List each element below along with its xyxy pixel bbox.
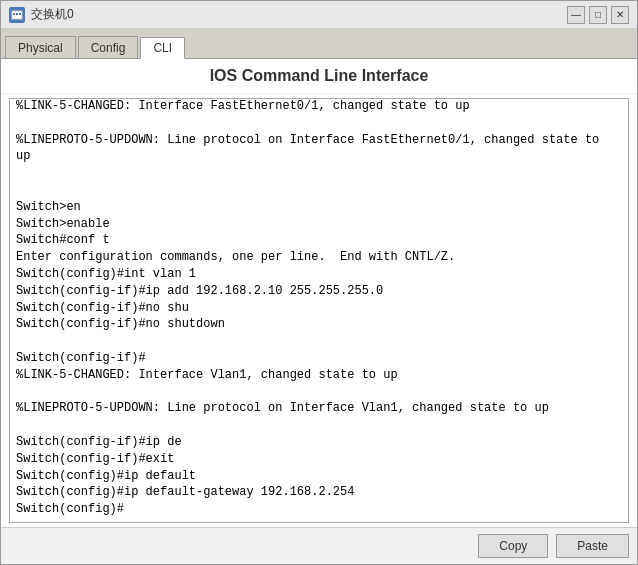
bottom-bar: Copy Paste [1,527,637,564]
main-window: 交换机0 — □ ✕ Physical Config CLI IOS Comma… [0,0,638,565]
copy-button[interactable]: Copy [478,534,548,558]
tab-bar: Physical Config CLI [1,29,637,59]
title-bar-left: 交换机0 [9,6,74,23]
close-button[interactable]: ✕ [611,6,629,24]
window-title: 交换机0 [31,6,74,23]
svg-rect-3 [19,13,21,15]
cli-output[interactable]: Compiled Wed 12-Oct-05 22:05 by pt_team … [10,99,628,522]
svg-rect-1 [13,13,15,15]
svg-rect-2 [16,13,18,15]
title-bar: 交换机0 — □ ✕ [1,1,637,29]
tab-physical[interactable]: Physical [5,36,76,58]
tab-cli[interactable]: CLI [140,37,185,59]
tab-config[interactable]: Config [78,36,139,58]
minimize-button[interactable]: — [567,6,585,24]
switch-icon [9,7,25,23]
title-controls: — □ ✕ [567,6,629,24]
paste-button[interactable]: Paste [556,534,629,558]
main-content: IOS Command Line Interface Compiled Wed … [1,59,637,564]
cli-area: Compiled Wed 12-Oct-05 22:05 by pt_team … [9,98,629,523]
page-title: IOS Command Line Interface [1,59,637,94]
maximize-button[interactable]: □ [589,6,607,24]
